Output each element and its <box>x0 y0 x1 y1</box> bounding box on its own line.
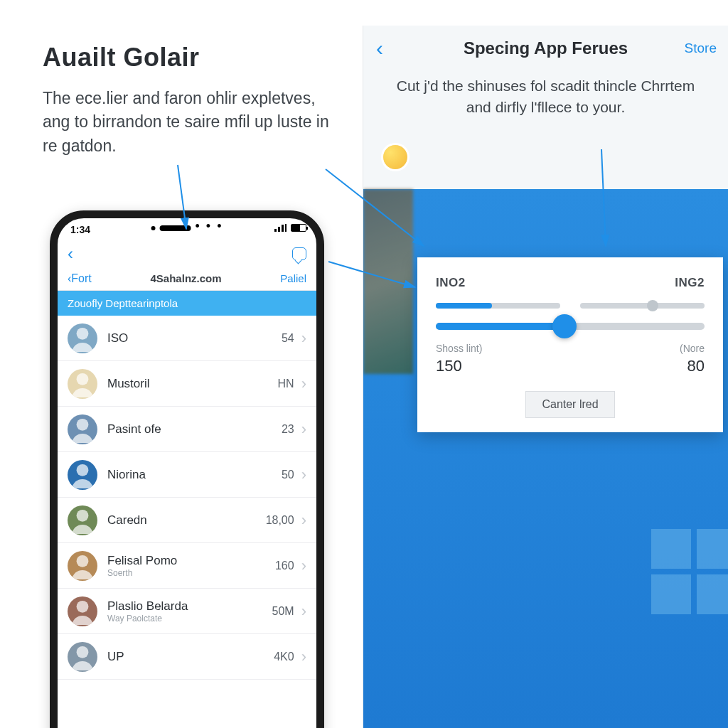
svg-point-6 <box>77 600 89 612</box>
svg-point-0 <box>77 327 89 339</box>
list-label: Caredn <box>107 513 266 528</box>
list-item[interactable]: Plaslio BelardaWay Paolctate50M› <box>58 589 316 634</box>
list-item[interactable]: Pasint ofe23› <box>58 407 316 452</box>
wallpaper-fragment <box>363 189 413 374</box>
avatar <box>68 323 97 353</box>
mini-slider-1[interactable] <box>436 303 560 309</box>
list-item[interactable]: MustorilHN› <box>58 361 316 407</box>
slider-card: INO2 ING2 Shoss lint) (Nore 150 80 Cante… <box>417 257 723 432</box>
chevron-right-icon: › <box>301 420 306 439</box>
list-label: Mustoril <box>107 377 278 391</box>
nav-bar-2: ‹Fort 4Sahalnz.com Paliel <box>58 267 316 291</box>
list-value: 18,00 <box>266 514 294 527</box>
avatar <box>68 414 97 444</box>
left-desc: The ece.lier and faron ohlir expletves, … <box>43 87 341 158</box>
phone-mockup: 1:34 • • • ‹ ‹Fort 4Sahalnz.com Paliel Z… <box>50 210 324 728</box>
action-link[interactable]: Paliel <box>280 272 306 284</box>
value-left: 150 <box>436 357 462 375</box>
status-time: 1:34 <box>70 224 90 235</box>
list-value: 4K0 <box>274 651 294 663</box>
svg-point-4 <box>77 509 89 521</box>
svg-point-3 <box>77 464 89 476</box>
value-right: 80 <box>687 357 705 375</box>
svg-point-2 <box>77 418 89 430</box>
scale-left: Shoss lint) <box>436 343 482 354</box>
mini-sliders <box>436 303 705 309</box>
avatar <box>68 460 97 490</box>
nav-bar-1: ‹ <box>58 241 316 267</box>
avatar <box>68 369 97 399</box>
list-item[interactable]: Niorina50› <box>58 452 316 498</box>
right-panel: ‹ Specing App Ferues Store Cut j'd the s… <box>363 26 728 728</box>
avatar <box>68 642 97 672</box>
right-desc: Cut j'd the shinuses fol scadit thincle … <box>363 71 728 119</box>
back-icon[interactable]: ‹ <box>376 36 383 60</box>
notch: • • • <box>151 225 223 231</box>
scale-values: 150 80 <box>436 357 705 375</box>
center-button[interactable]: Canter lred <box>525 391 614 418</box>
card-labels: INO2 ING2 <box>436 276 705 290</box>
list-label: ISO <box>107 331 282 346</box>
scale-right: (Nore <box>680 343 705 354</box>
back-button[interactable]: ‹Fort <box>68 272 92 285</box>
mini-slider-2[interactable] <box>580 303 705 309</box>
battery-icon <box>291 224 306 232</box>
status-bar: 1:34 • • • <box>58 218 316 241</box>
label-left: INO2 <box>436 276 466 290</box>
slider-knob[interactable] <box>552 314 577 338</box>
back-icon[interactable]: ‹ <box>68 244 73 264</box>
svg-point-5 <box>77 555 89 567</box>
left-title: Auailt Golair <box>43 43 341 73</box>
label-right: ING2 <box>675 276 705 290</box>
svg-point-1 <box>77 373 89 385</box>
right-title: Specing App Ferues <box>464 38 628 58</box>
chevron-right-icon: › <box>301 466 306 484</box>
list-value: HN <box>278 378 294 390</box>
chevron-right-icon: › <box>301 648 306 666</box>
list-label: UP <box>107 650 274 664</box>
list-item[interactable]: ISO54› <box>58 316 316 361</box>
chevron-right-icon: › <box>301 329 306 348</box>
notch-dots: • • • <box>196 223 223 229</box>
list-label: Felisal PomoSoerth <box>107 554 275 578</box>
list-value: 54 <box>282 332 294 345</box>
chevron-right-icon: › <box>301 602 306 621</box>
list-item[interactable]: Caredn18,00› <box>58 498 316 543</box>
chat-icon[interactable] <box>292 247 306 260</box>
avatar <box>68 596 97 626</box>
list-value: 50 <box>282 469 294 481</box>
list-item[interactable]: Felisal PomoSoerth160› <box>58 543 316 589</box>
chevron-right-icon: › <box>301 511 306 530</box>
notch-dot <box>151 226 156 230</box>
list-label: Plaslio BelardaWay Paolctate <box>107 599 272 623</box>
notch-speaker <box>160 225 191 231</box>
list-label: Niorina <box>107 468 282 482</box>
chevron-right-icon: › <box>301 557 306 575</box>
chevron-right-icon: › <box>301 375 306 393</box>
list-label: Pasint ofe <box>107 422 282 437</box>
signal-icon <box>274 224 287 232</box>
page-domain: 4Sahalnz.com <box>151 272 222 284</box>
scale-labels: Shoss lint) (Nore <box>436 343 705 354</box>
svg-point-7 <box>77 646 89 658</box>
list-item[interactable]: UP4K0› <box>58 634 316 680</box>
right-header: ‹ Specing App Ferues Store <box>363 26 728 71</box>
store-link[interactable]: Store <box>685 41 717 56</box>
list: ISO54›MustorilHN›Pasint ofe23›Niorina50›… <box>58 316 316 680</box>
list-value: 50M <box>272 605 294 618</box>
status-icons <box>274 224 306 232</box>
main-slider[interactable] <box>436 323 705 330</box>
section-header: Zouofly Depttearinptola <box>58 291 316 316</box>
emoji-badge <box>383 145 407 169</box>
list-value: 23 <box>282 423 294 436</box>
list-value: 160 <box>275 560 294 572</box>
avatar <box>68 505 97 535</box>
avatar <box>68 551 97 581</box>
